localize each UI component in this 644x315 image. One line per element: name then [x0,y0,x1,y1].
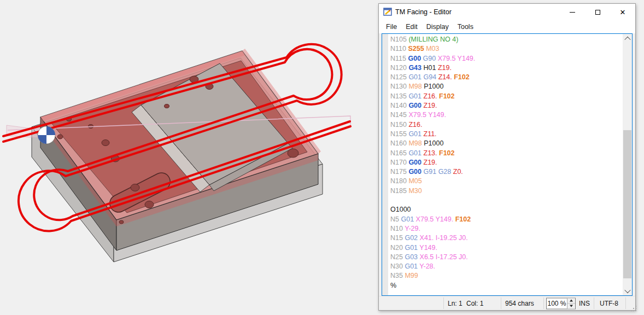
spin-up-button[interactable] [567,298,575,304]
code-line: N160 M98 P1000 [390,139,622,148]
code-line: N180 M05 [390,177,622,186]
close-button[interactable]: ✕ [610,4,635,20]
code-token: N145 [390,111,407,119]
code-token: Z14. [438,73,452,81]
code-token: G01 [408,149,421,157]
scrollbar-thumb[interactable] [623,130,631,278]
code-token: M03 [426,45,439,52]
code-line: N170 G00 Z19. [390,158,622,167]
code-token: Z16. [408,121,422,129]
code-token: N115 [390,55,406,62]
zoom-spinner[interactable]: 100 % [546,298,576,309]
code-token: Z19. [424,102,437,109]
close-icon: ✕ [620,9,626,16]
code-token: N30 [390,262,403,270]
code-token: Z16. [424,92,437,100]
triangle-down-icon [570,305,573,307]
code-token: P1000 [424,83,443,90]
code-token: Z13. [424,149,437,157]
code-token: Z0. [453,168,463,176]
resize-grip[interactable] [631,306,632,307]
code-line: N120 G43 H01 Z19. [390,63,622,73]
code-token: Y-28. [419,262,435,270]
code-token: % [390,282,396,289]
status-separator [625,298,626,309]
scroll-up-button[interactable] [623,34,632,43]
code-token: G00 [408,102,421,109]
code-line: N165 G01 Z13. F102 [390,149,622,158]
code-token: F102 [439,92,455,100]
3d-viewport[interactable] [0,0,377,315]
code-content: N105 (MILLING NO 4)N110 S255 M03N115 G00… [382,35,622,290]
code-token: N110 [390,45,406,52]
code-line: N35 M99 [390,271,622,281]
code-line: N115 G00 G90 X79.5 Y149. [390,54,622,63]
vertical-scrollbar[interactable] [623,34,632,295]
code-token: O1000 [390,206,411,213]
code-token: N155 [390,130,407,138]
status-bar: Ln: 1 Col: 1 954 chars 100 % INS UTF-8 [379,296,635,310]
machined-part-scene [0,0,377,315]
code-token: N170 [390,159,407,166]
menu-tools[interactable]: Tools [453,21,478,32]
code-token: G91 [424,168,437,176]
code-token: X79.5 Y149. [438,55,476,62]
code-token: X6.5 I-17.25 J0. [420,253,468,261]
code-token: N35 [390,272,403,279]
gcode-editor[interactable]: N105 (MILLING NO 4)N110 S255 M03N115 G00… [382,33,633,296]
minimize-icon [570,12,575,13]
status-char-count: 954 chars [505,300,534,307]
status-column-number: Col: 1 [466,300,483,307]
spinner-buttons [567,298,575,308]
maximize-button[interactable] [585,4,610,20]
code-line: N5 G01 X79.5 Y149. F102 [390,215,622,224]
code-token: N165 [390,149,407,157]
code-token: Z19. [438,64,452,72]
code-line: % [390,281,622,290]
code-line: N155 G01 Z11. [390,130,622,139]
code-token: M98 [408,83,421,90]
spin-down-button[interactable] [567,304,575,308]
status-separator [543,298,544,309]
code-line: N105 (MILLING NO 4) [390,35,622,44]
menu-bar: File Edit Display Tools [379,20,635,33]
maximize-icon [595,10,600,15]
code-token: G28 [438,168,452,176]
code-token: G01 [405,244,418,252]
code-token: G01 [401,215,414,223]
status-encoding: UTF-8 [600,300,618,307]
code-token: G02 [405,234,418,242]
code-line: N25 G03 X6.5 I-17.25 J0. [390,253,622,262]
title-bar[interactable]: TM Facing - Editor ✕ [379,4,635,20]
code-token: X41. I-19.25 J0. [420,234,468,242]
editor-window: TM Facing - Editor ✕ File Edit Display T… [378,3,636,311]
zoom-value: 100 % [547,298,567,308]
triangle-up-icon [570,300,573,302]
menu-file[interactable]: File [382,21,401,32]
scroll-down-button[interactable] [623,286,632,295]
code-token: X79.5 Y149. [408,111,446,119]
code-token: G01 [408,92,421,100]
code-token: S255 [408,45,424,52]
menu-edit[interactable]: Edit [401,21,422,32]
code-token: F102 [455,215,471,223]
code-line: O1000 [390,205,622,214]
code-line: N10 Y-29. [390,224,622,234]
code-line: N140 G00 Z19. [390,101,622,110]
menu-display[interactable]: Display [422,21,453,32]
minimize-button[interactable] [560,4,585,20]
caption-buttons: ✕ [560,4,635,20]
code-line: N145 X79.5 Y149. [390,110,622,120]
status-line-number: Ln: 1 [448,300,462,307]
chevron-up-icon [624,36,630,42]
code-token: N185 [390,187,407,195]
code-token: N180 [390,177,407,185]
code-token: N15 [390,234,403,242]
code-token: N150 [390,121,407,129]
origin-marker-icon [38,126,55,144]
code-token: N25 [390,253,403,261]
code-token: G00 [408,168,421,176]
code-line: N185 M30 [390,186,622,196]
status-separator [594,298,594,309]
code-token: N120 [390,64,407,72]
